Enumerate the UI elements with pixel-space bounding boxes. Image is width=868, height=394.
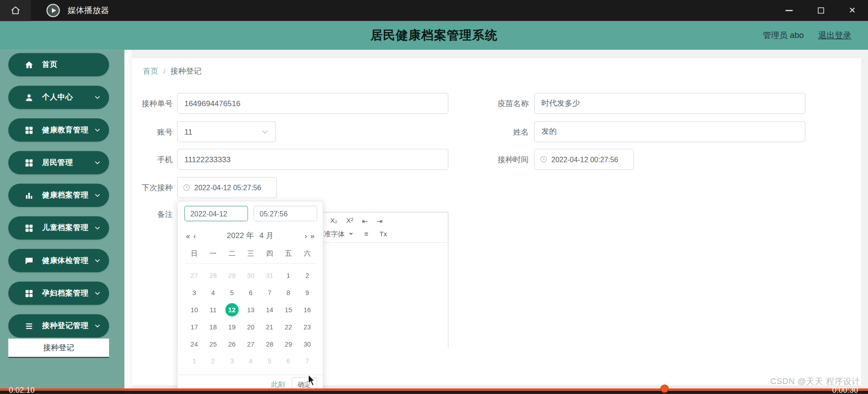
superscript-icon[interactable]: X²	[346, 217, 353, 225]
calendar-day[interactable]: 13	[241, 301, 260, 318]
logout-link[interactable]: 退出登录	[818, 30, 851, 41]
calendar-day[interactable]: 6	[279, 352, 298, 370]
sidebar-item-0[interactable]: 首页	[8, 53, 109, 76]
vaccination-time-label: 接种时间	[464, 149, 528, 170]
calendar-day[interactable]: 30	[298, 335, 317, 352]
year-label[interactable]: 2022 年	[227, 231, 254, 240]
window-titlebar: 媒体播放器 ✕	[0, 0, 868, 21]
calendar-day[interactable]: 26	[222, 335, 241, 352]
order-number-input[interactable]: 1649694476516	[177, 93, 448, 114]
sidebar-item-label: 健康体检管理	[42, 256, 89, 266]
window-controls: ✕	[774, 0, 868, 21]
sidebar-item-3[interactable]: 居民管理	[8, 151, 109, 174]
close-button[interactable]: ✕	[836, 0, 868, 21]
minimize-button[interactable]	[774, 0, 805, 21]
outdent-icon[interactable]: ⇤	[362, 216, 368, 225]
phone-input[interactable]: 11122233333	[177, 149, 448, 170]
prev-month-button[interactable]: ‹	[192, 231, 198, 239]
calendar-day[interactable]: 23	[298, 318, 317, 335]
calendar-day[interactable]: 6	[241, 284, 260, 301]
window-title: 媒体播放器	[67, 5, 109, 16]
calendar-day[interactable]: 19	[222, 318, 241, 335]
calendar-day[interactable]: 18	[204, 318, 223, 335]
indent-icon[interactable]: ⇥	[377, 216, 382, 225]
calendar-day[interactable]: 2	[204, 352, 223, 370]
account-select[interactable]: 11	[177, 121, 276, 142]
calendar-day[interactable]: 11	[204, 301, 223, 318]
clock-icon	[183, 184, 190, 192]
picker-date-input[interactable]: 2022-04-12	[184, 206, 248, 221]
chevron-down-icon	[94, 323, 101, 329]
sidebar-item-1[interactable]: 个人中心	[8, 86, 109, 109]
align-justify-icon[interactable]: ≡	[364, 230, 368, 238]
calendar-day[interactable]: 3	[222, 352, 241, 370]
calendar-day[interactable]: 27	[241, 335, 260, 352]
calendar-day[interactable]: 16	[298, 301, 317, 318]
calendar-day[interactable]: 5	[222, 284, 241, 301]
elapsed-time: 0:02:10	[9, 387, 35, 394]
calendar-day[interactable]: 27	[185, 267, 204, 284]
picker-time-input[interactable]: 05:27:56	[254, 206, 317, 221]
calendar-day[interactable]: 7	[260, 284, 279, 301]
sidebar-item-2[interactable]: 健康教育管理	[8, 118, 109, 141]
player-progress-handle[interactable]	[660, 385, 669, 393]
next-vaccination-input[interactable]: 2022-04-12 05:27:56	[177, 177, 277, 198]
calendar-day-selected[interactable]: 12	[222, 301, 241, 318]
chevron-down-icon	[94, 225, 101, 231]
calendar-day[interactable]: 31	[260, 267, 279, 284]
sidebar-item-7[interactable]: 孕妇档案管理	[8, 281, 109, 305]
calendar-day[interactable]: 20	[241, 318, 260, 335]
sidebar-item-label: 孕妇档案管理	[42, 288, 89, 298]
sidebar-item-6[interactable]: 健康体检管理	[8, 249, 109, 272]
calendar-day[interactable]: 30	[241, 267, 260, 284]
calendar-day[interactable]: 29	[222, 267, 241, 284]
chevron-down-icon	[94, 127, 101, 133]
calendar-day[interactable]: 29	[279, 335, 298, 352]
sidebar-item-label: 健康档案管理	[42, 190, 89, 200]
maximize-button[interactable]	[805, 0, 836, 21]
picker-date-value: 2022-04-12	[190, 209, 227, 217]
calendar-day[interactable]: 22	[279, 318, 298, 335]
weekday-label: 六	[298, 249, 317, 258]
video-frame: 媒体播放器 ✕ 居民健康档案管理系统 管理员 abo 退出登录 首页个人中心健康…	[0, 0, 868, 394]
vaccine-name-input[interactable]: 时代发多少	[534, 93, 806, 114]
breadcrumb-home[interactable]: 首页	[143, 66, 158, 76]
calendar-day[interactable]: 10	[185, 301, 204, 318]
calendar-day[interactable]: 1	[279, 267, 298, 284]
next-month-button[interactable]: ›	[303, 231, 309, 239]
sidebar-item-5[interactable]: 儿童档案管理	[8, 216, 109, 239]
breadcrumb: 首页 / 接种登记	[143, 66, 202, 76]
calendar-day[interactable]: 14	[260, 301, 279, 318]
sidebar-item-8[interactable]: 接种登记管理	[8, 314, 109, 338]
subscript-icon[interactable]: X₂	[330, 217, 337, 225]
breadcrumb-current: 接种登记	[170, 66, 202, 76]
chevron-down-icon	[94, 94, 101, 101]
calendar-day[interactable]: 7	[298, 352, 317, 370]
calendar-day[interactable]: 5	[260, 352, 279, 370]
calendar-day[interactable]: 21	[260, 318, 279, 335]
calendar-day[interactable]: 25	[204, 335, 223, 352]
calendar-day[interactable]: 15	[279, 301, 298, 318]
calendar-day[interactable]: 4	[241, 352, 260, 370]
home-icon	[10, 5, 21, 16]
player-progress-bar[interactable]	[0, 389, 868, 391]
next-year-button[interactable]: »	[309, 231, 316, 239]
calendar-day[interactable]: 9	[298, 284, 317, 301]
calendar-day[interactable]: 17	[185, 318, 204, 335]
vaccination-time-input[interactable]: 2022-04-12 00:27:56	[534, 149, 634, 170]
month-label[interactable]: 4 月	[259, 231, 274, 240]
calendar-day[interactable]: 3	[185, 284, 204, 301]
calendar-day[interactable]: 1	[185, 352, 204, 370]
prev-year-button[interactable]: «	[184, 231, 192, 239]
calendar-day[interactable]: 24	[185, 335, 204, 352]
home-button[interactable]	[0, 0, 31, 21]
calendar-day[interactable]: 28	[260, 335, 279, 352]
calendar-day[interactable]: 4	[204, 284, 223, 301]
calendar-day[interactable]: 28	[204, 267, 223, 284]
sidebar-item-4[interactable]: 健康档案管理	[8, 184, 109, 207]
calendar-day[interactable]: 2	[298, 267, 317, 284]
calendar-day[interactable]: 8	[279, 284, 298, 301]
clear-format-icon[interactable]: Tx	[379, 230, 387, 238]
sidebar-subitem-vaccination-registration[interactable]: 接种登记	[8, 338, 109, 358]
name-input[interactable]: 发的	[534, 121, 806, 142]
